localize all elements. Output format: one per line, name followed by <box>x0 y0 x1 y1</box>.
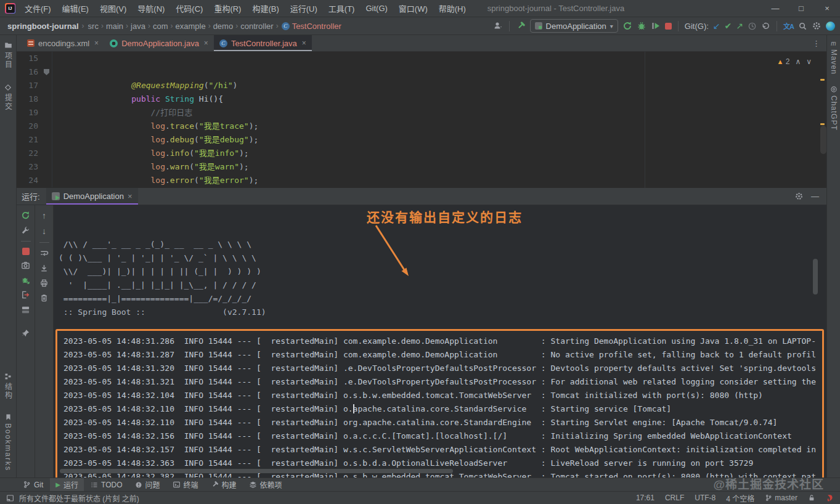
warning-stripe-mark[interactable] <box>820 123 825 125</box>
toolwindow-label: 终端 <box>184 479 198 490</box>
close-button[interactable]: × <box>814 0 840 17</box>
menu-item[interactable]: 运行(U) <box>285 0 323 17</box>
edit-configuration-wrench-icon[interactable] <box>21 226 30 235</box>
scroll-to-end-icon[interactable] <box>39 264 49 273</box>
close-icon[interactable]: × <box>302 39 306 47</box>
toolwindow-build[interactable]: 构建 <box>205 478 242 491</box>
plugin-ball-icon[interactable] <box>826 22 835 31</box>
breadcrumb-item[interactable]: main › <box>105 22 130 31</box>
run-configuration-select[interactable]: DemoApplication ▾ <box>530 19 618 33</box>
soft-wrap-icon[interactable] <box>39 249 49 258</box>
next-occurrence-icon[interactable]: ↓ <box>42 226 46 236</box>
menu-item[interactable]: 重构(R) <box>208 0 247 17</box>
sidebar-item-maven[interactable]: m Maven <box>830 40 838 75</box>
next-warning-icon[interactable]: ∨ <box>806 55 812 68</box>
minimize-button[interactable]: — <box>762 0 788 17</box>
stop-icon[interactable] <box>22 248 30 255</box>
more-options-icon[interactable]: ⋮ <box>806 35 826 51</box>
breadcrumb-item[interactable]: controller › <box>240 22 280 31</box>
breadcrumb-class[interactable]: C TestController <box>282 22 341 31</box>
tab-testcontroller-java[interactable]: C TestController.java × <box>214 35 312 51</box>
sidebar-item-chatgpt[interactable]: ChatGPT <box>830 86 838 131</box>
run-console[interactable]: /\\ / ___'_ __ _ _(_)_ __ __ _ \ \ \ \( … <box>54 205 826 478</box>
history-clock-icon[interactable] <box>748 22 757 31</box>
caret-position[interactable]: 17:61 <box>636 494 654 502</box>
inspection-widget[interactable]: ▲ 2 ∧ ∨ <box>777 55 812 68</box>
restart-debug-icon[interactable] <box>21 275 30 285</box>
menu-item[interactable]: 视图(V) <box>94 0 132 17</box>
print-icon[interactable] <box>39 278 49 288</box>
toolwindow-toggle-icon[interactable] <box>6 494 14 502</box>
menu-item[interactable]: 导航(N) <box>132 0 170 17</box>
sidebar-item-bookmarks[interactable]: Bookmarks <box>4 413 12 471</box>
close-icon[interactable]: × <box>94 39 99 47</box>
settings-gear-icon[interactable] <box>812 21 822 31</box>
menu-item[interactable]: 帮助(H) <box>433 0 471 17</box>
prev-warning-icon[interactable]: ∧ <box>795 55 801 68</box>
toolwindow-todo[interactable]: TODO <box>85 478 128 491</box>
menu-item[interactable]: 文件(F) <box>19 0 57 17</box>
breadcrumb-label: main <box>105 22 124 31</box>
rollback-icon[interactable] <box>761 22 770 31</box>
menu-item[interactable]: 窗口(W) <box>393 0 433 17</box>
git-commit-icon[interactable]: ✔ <box>725 22 732 30</box>
menu-item[interactable]: 编辑(E) <box>57 0 94 17</box>
toolwindow-run[interactable]: ▶ 运行 <box>50 478 84 491</box>
clear-all-trash-icon[interactable] <box>39 293 49 303</box>
search-icon[interactable] <box>798 22 807 31</box>
rerun-icon[interactable] <box>622 21 632 31</box>
git-update-icon[interactable]: ↙ <box>713 22 720 30</box>
indent-setting[interactable]: 4 个空格 <box>726 493 754 503</box>
profile-icon[interactable] <box>493 21 503 31</box>
git-push-icon[interactable]: ↗ <box>736 22 743 30</box>
menu-item[interactable]: Git(G) <box>360 0 393 17</box>
exit-icon[interactable] <box>21 290 30 299</box>
editor-scrollbar[interactable] <box>820 126 826 154</box>
breadcrumb-item[interactable]: com › <box>152 22 175 31</box>
toolwindow-dependencies[interactable]: 依赖项 <box>243 478 288 491</box>
toolwindow-problems[interactable]: 问题 <box>129 478 166 491</box>
status-message[interactable]: 所有文件都处于最新状态 (片刻 之前) <box>19 493 139 503</box>
rerun-icon[interactable] <box>21 211 30 220</box>
close-icon[interactable]: × <box>128 192 133 201</box>
prev-occurrence-icon[interactable]: ↑ <box>42 211 46 221</box>
breadcrumb-project[interactable]: springboot-journal <box>7 22 79 31</box>
maximize-button[interactable]: □ <box>788 0 814 17</box>
sidebar-item-structure[interactable]: 结构 <box>3 373 14 400</box>
menu-item[interactable]: 代码(C) <box>170 0 208 17</box>
thread-dump-camera-icon[interactable] <box>21 261 30 270</box>
sidebar-item-commit[interactable]: 提交 <box>3 84 14 111</box>
tab-demoapplication-java[interactable]: DemoApplication.java × <box>104 35 214 51</box>
run-with-coverage-icon[interactable] <box>651 21 661 31</box>
lock-icon[interactable] <box>808 494 815 502</box>
debug-icon[interactable] <box>637 21 646 31</box>
translate-icon[interactable]: 文A <box>783 21 794 31</box>
build-hammer-icon[interactable] <box>516 21 526 31</box>
menu-item[interactable]: 构建(B) <box>247 0 284 17</box>
git-branch-widget[interactable]: master <box>765 494 797 502</box>
line-separator[interactable]: CRLF <box>665 494 684 502</box>
menu-item[interactable]: 工具(T) <box>323 0 361 17</box>
notification-icon[interactable] <box>826 494 834 502</box>
stop-icon[interactable] <box>665 23 672 30</box>
hide-panel-icon[interactable]: — <box>811 192 819 201</box>
todo-list-icon <box>91 481 98 489</box>
breadcrumb-item[interactable]: src › <box>88 22 105 31</box>
warning-stripe-mark[interactable] <box>820 79 825 81</box>
layout-settings-icon[interactable] <box>21 305 30 314</box>
vertical-scrollbar[interactable] <box>813 259 818 295</box>
toolwindow-terminal[interactable]: 终端 <box>167 478 204 491</box>
file-encoding[interactable]: UTF-8 <box>695 494 716 502</box>
toolwindow-git[interactable]: Git <box>17 478 49 491</box>
run-settings-gear-icon[interactable] <box>794 192 804 201</box>
breadcrumb-item[interactable]: java › <box>130 22 152 31</box>
breadcrumb-item[interactable]: demo › <box>213 22 240 31</box>
breadcrumb-item[interactable]: example › <box>175 22 213 31</box>
pin-icon[interactable] <box>21 328 30 338</box>
run-tab-demoapplication[interactable]: DemoApplication × <box>46 188 138 205</box>
code-editor[interactable]: 15 @RequestMapping("/hi") 16 public Stri… <box>17 52 826 188</box>
tab-encodings-xml[interactable]: encodings.xml × <box>22 35 104 51</box>
horizontal-scrollbar[interactable] <box>60 469 453 473</box>
close-icon[interactable]: × <box>204 39 208 47</box>
sidebar-item-project[interactable]: 项目 <box>3 41 14 69</box>
